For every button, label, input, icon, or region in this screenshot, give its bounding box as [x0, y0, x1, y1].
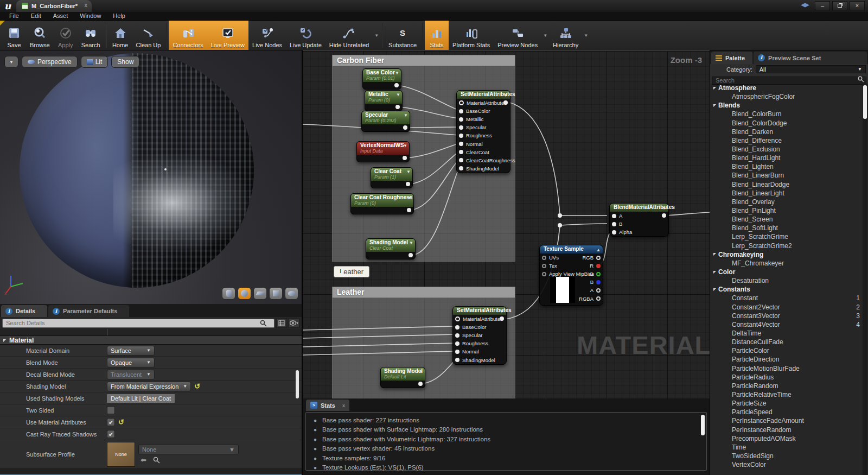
pin-icon[interactable]	[455, 333, 459, 338]
grid-view-button[interactable]	[276, 318, 287, 328]
input-pin-row[interactable]: Metallic	[457, 115, 510, 123]
menu-edit[interactable]: Edit	[26, 12, 46, 20]
chevron-down-icon[interactable]: ▼	[541, 33, 549, 38]
tab-stats[interactable]: > Stats x	[306, 400, 349, 411]
lit-button[interactable]: Lit	[81, 56, 108, 68]
node-metallic[interactable]: MetallicParam (0)▼	[365, 90, 403, 111]
node-clear-coat[interactable]: Clear CoatParam (1)▼	[371, 167, 413, 188]
cast-ray-traced-shadows-checkbox[interactable]: ✔	[107, 430, 115, 438]
collapse-icon[interactable]: ▲	[596, 248, 601, 252]
palette-item[interactable]: ParticleRelativeTime	[710, 390, 868, 399]
details-scrollbar[interactable]	[296, 370, 299, 398]
shape-cylinder-button[interactable]	[222, 287, 235, 300]
palette-item[interactable]: PrecomputedAOMask	[710, 434, 868, 443]
restore-button[interactable]	[832, 1, 847, 10]
palette-item[interactable]: TwoSidedSign	[710, 452, 868, 460]
palette-item[interactable]: Blend_LinearLight	[710, 189, 868, 198]
show-button[interactable]: Show	[111, 56, 139, 68]
output-pin-row[interactable]: G	[576, 270, 603, 278]
pin-icon[interactable]	[455, 316, 460, 321]
palette-item[interactable]: Atmosphere	[710, 84, 868, 92]
input-pin-row[interactable]: Tex	[540, 262, 576, 270]
chevron-down-icon[interactable]: ▼	[407, 195, 412, 200]
palette-item[interactable]: DeltaTime	[710, 329, 868, 338]
pin-icon[interactable]	[459, 142, 463, 146]
palette-item[interactable]: Color	[710, 268, 868, 276]
palette-item[interactable]: Constant4Vector 4	[710, 320, 868, 329]
output-pin[interactable]	[394, 83, 399, 87]
palette-item[interactable]: Blend_ColorBurn	[710, 110, 868, 118]
palette-item[interactable]: Desaturation	[710, 276, 868, 285]
blend-mode-dropdown[interactable]: Opaque▼	[107, 358, 155, 368]
details-search-input[interactable]	[2, 319, 275, 328]
input-pin-row[interactable]: A	[610, 212, 668, 220]
search-button[interactable]: Search	[78, 21, 104, 50]
tab-palette[interactable]: Palette	[711, 52, 752, 64]
pin-icon[interactable]	[596, 256, 601, 260]
palette-item[interactable]: Lerp_ScratchGrime2	[710, 242, 868, 250]
palette-item[interactable]: Blend_Overlay	[710, 198, 868, 206]
input-pin-row[interactable]: Normal	[457, 140, 510, 148]
use-material-attributes-checkbox[interactable]: ✔	[107, 418, 115, 426]
live-nodes-button[interactable]: Live Nodes	[248, 21, 286, 50]
stats-scrollbar[interactable]	[701, 415, 705, 435]
node-set-material-attributes-1[interactable]: SetMaterialAttributes ▼ MaterialAttribut…	[456, 90, 510, 173]
palette-item[interactable]: Blend_Difference	[710, 136, 868, 145]
node-shading-model-clear-coat[interactable]: Shading ModelClear Coat▼	[366, 238, 416, 259]
palette-item[interactable]: ParticleMotionBlurFade	[710, 364, 868, 373]
pin-icon[interactable]	[596, 280, 601, 284]
output-pin[interactable]	[500, 316, 504, 321]
pin-icon[interactable]	[459, 100, 464, 105]
palette-item[interactable]: PerInstanceRandom	[710, 425, 868, 434]
palette-item[interactable]: Chromakeying	[710, 250, 868, 259]
browse-asset-icon[interactable]	[153, 457, 160, 464]
chevron-down-icon[interactable]: ▼	[404, 113, 408, 118]
node-set-material-attributes-2[interactable]: SetMaterialAttributes ▼ MaterialAttribut…	[452, 306, 507, 365]
input-pin-row[interactable]: B	[610, 220, 668, 228]
menu-help[interactable]: Help	[108, 12, 130, 20]
palette-item[interactable]: ParticleSpeed	[710, 408, 868, 416]
node-texture-sample[interactable]: Texture Sample ▲ UVs Tex	[539, 245, 603, 306]
palette-item[interactable]: ParticleRandom	[710, 382, 868, 390]
chevron-down-icon[interactable]: ▼	[582, 33, 590, 38]
palette-scrollbar-track[interactable]	[863, 84, 867, 475]
palette-scrollbar[interactable]	[863, 85, 867, 119]
asset-tab[interactable]: M_CarbonFiber* x	[16, 0, 92, 12]
pin-icon[interactable]	[596, 296, 601, 301]
palette-item[interactable]: VertexColor	[710, 460, 868, 469]
input-pin-row[interactable]: MaterialAttributes	[457, 99, 510, 107]
column-splitter[interactable]	[0, 329, 302, 335]
chevron-down-icon[interactable]: ▼	[409, 240, 413, 245]
input-pin-row[interactable]: BaseColor	[453, 323, 506, 331]
reset-to-default-icon[interactable]: ↺	[118, 418, 124, 426]
shape-plane-button[interactable]	[253, 287, 267, 300]
reroute-node[interactable]	[558, 213, 562, 218]
output-pin[interactable]	[418, 382, 423, 386]
palette-item[interactable]: Blend_SoftLight	[710, 224, 868, 232]
material-domain-dropdown[interactable]: Surface▼	[107, 346, 155, 356]
pin-icon[interactable]	[542, 272, 546, 276]
pin-icon[interactable]	[459, 134, 463, 138]
input-pin-row[interactable]: ClearCoatRoughness	[457, 156, 510, 164]
preview-nodes-button[interactable]: Preview Nodes	[494, 21, 541, 50]
output-pin[interactable]	[403, 125, 407, 130]
pin-icon[interactable]	[455, 325, 459, 330]
node-vertex-normal-ws[interactable]: VertexNormalWSInput Data▼	[356, 141, 410, 162]
input-pin-row[interactable]: Specular	[457, 123, 510, 131]
category-dropdown[interactable]: All ▼	[756, 65, 866, 73]
output-pin[interactable]	[503, 100, 508, 105]
chevron-down-icon[interactable]: ▼	[406, 169, 411, 174]
palette-item[interactable]: Blend_PinLight	[710, 206, 868, 215]
menu-file[interactable]: File	[4, 12, 24, 20]
pin-icon[interactable]	[542, 264, 546, 268]
node-clear-coat-roughness[interactable]: Clear Coat RoughnessParam (0)▼	[350, 193, 414, 214]
pin-icon[interactable]	[459, 158, 463, 162]
node-base-color[interactable]: Base ColorParam (0.01)▼	[362, 68, 401, 90]
minimize-button[interactable]: –	[815, 1, 830, 10]
palette-item[interactable]: AtmosphericFogColor	[710, 92, 868, 101]
menu-asset[interactable]: Asset	[48, 12, 73, 20]
input-pin-row[interactable]: ClearCoat	[457, 148, 510, 156]
shape-cube-button[interactable]	[269, 287, 283, 300]
output-pin-row[interactable]: R	[576, 262, 603, 270]
pin-icon[interactable]	[459, 125, 463, 130]
